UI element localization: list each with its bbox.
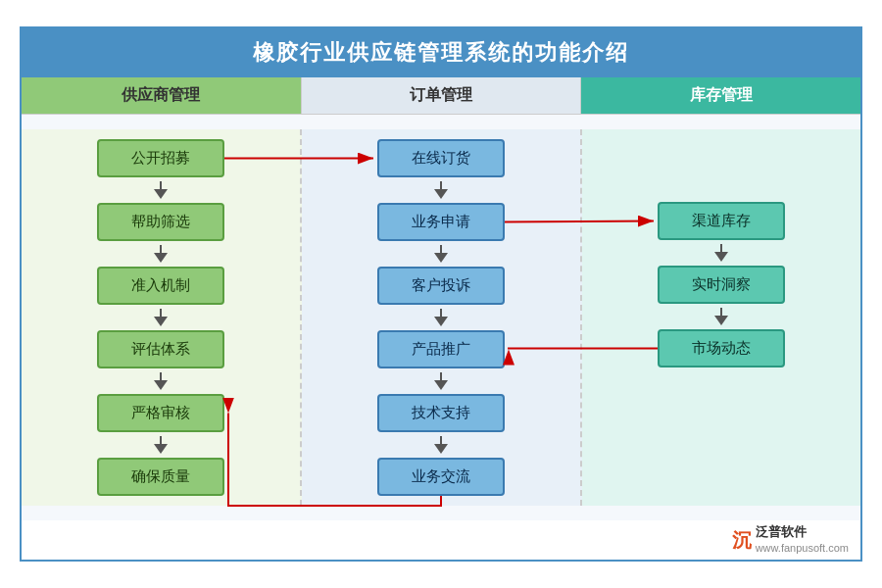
order-item-0: 在线订货: [377, 139, 505, 177]
order-item-3: 产品推广: [377, 330, 505, 368]
supply-item-0: 公开招募: [97, 139, 224, 177]
stock-header: 库存管理: [581, 77, 860, 114]
diagram-wrapper: 橡胶行业供应链管理系统的功能介绍 供应商管理 订单管理 库存管理 公开招募 帮助…: [20, 26, 862, 561]
columns-body: 公开招募 帮助筛选 准入机制 评估体系 严格审核 确保质量 在线订货 业务申请 …: [22, 115, 860, 520]
watermark-text: 泛普软件 www.fanpusoft.com: [756, 524, 849, 555]
supply-item-3: 评估体系: [97, 330, 224, 368]
stock-item-2: 市场动态: [658, 329, 785, 368]
stock-item-1: 实时洞察: [658, 266, 785, 304]
order-item-2: 客户投诉: [377, 267, 505, 305]
order-item-4: 技术支持: [377, 394, 505, 432]
columns-header: 供应商管理 订单管理 库存管理: [22, 77, 860, 115]
watermark-url: www.fanpusoft.com: [756, 541, 849, 555]
order-column: 在线订货 业务申请 客户投诉 产品推广 技术支持 业务交流: [302, 129, 582, 506]
supply-item-2: 准入机制: [97, 267, 224, 305]
supply-header: 供应商管理: [22, 77, 302, 114]
footer: 沉 泛普软件 www.fanpusoft.com: [22, 520, 860, 559]
order-item-1: 业务申请: [377, 203, 505, 241]
diagram-title: 橡胶行业供应链管理系统的功能介绍: [22, 28, 860, 77]
watermark-name: 泛普软件: [756, 524, 849, 541]
order-header: 订单管理: [302, 77, 582, 114]
supply-item-1: 帮助筛选: [97, 203, 224, 241]
supply-item-5: 确保质量: [97, 458, 224, 496]
watermark-logo: 沉: [732, 527, 752, 554]
stock-column: 渠道库存 实时洞察 市场动态: [582, 129, 860, 506]
page-container: 橡胶行业供应链管理系统的功能介绍 供应商管理 订单管理 库存管理 公开招募 帮助…: [0, 0, 882, 588]
stock-item-0: 渠道库存: [658, 202, 785, 240]
supply-item-4: 严格审核: [97, 394, 224, 432]
order-item-5: 业务交流: [377, 458, 505, 496]
supply-column: 公开招募 帮助筛选 准入机制 评估体系 严格审核 确保质量: [22, 129, 302, 506]
